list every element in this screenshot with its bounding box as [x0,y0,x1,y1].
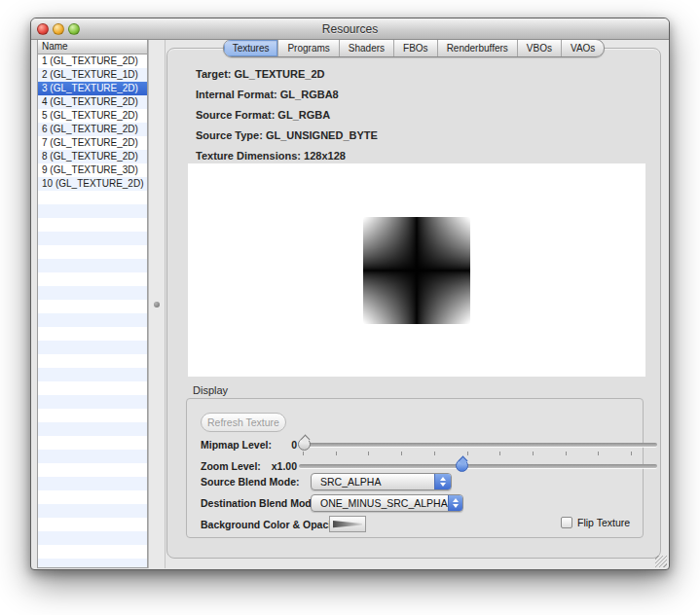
flip-texture-label: Flip Texture [577,517,630,528]
list-item[interactable] [38,504,147,518]
list-item[interactable] [38,286,147,300]
list-item[interactable] [38,218,147,232]
tab-vaos[interactable]: VAOs [561,40,604,56]
texture-info-line: Target: GL_TEXTURE_2D [196,68,324,80]
zoom-level-value: x1.00 [258,460,297,472]
tab-programs[interactable]: Programs [277,40,338,56]
list-item[interactable] [38,422,147,436]
info-value: GL_RGBA8 [280,89,339,100]
background-color-well[interactable] [329,516,366,532]
list-item[interactable]: 2 (GL_TEXTURE_1D) [38,68,147,82]
resource-type-tabs: TexturesProgramsShadersFBOsRenderbuffers… [223,39,606,57]
list-item[interactable]: 10 (GL_TEXTURE_2D) [38,177,147,191]
tab-vbos[interactable]: VBOs [517,40,561,56]
list-item[interactable]: 7 (GL_TEXTURE_2D) [38,136,147,150]
list-item[interactable]: 9 (GL_TEXTURE_3D) [38,163,147,177]
mipmap-level-value: 0 [265,439,297,451]
info-label: Texture Dimensions: [196,150,301,162]
zoom-slider[interactable] [299,459,657,473]
list-item[interactable]: 6 (GL_TEXTURE_2D) [38,123,147,136]
zoom-slider-track[interactable] [299,464,657,468]
list-item[interactable] [38,477,147,490]
list-item[interactable] [38,191,147,204]
popup-stepper-icon [434,474,451,489]
list-item[interactable] [38,531,147,545]
list-item[interactable]: 8 (GL_TEXTURE_2D) [38,150,147,163]
list-item[interactable] [38,300,147,313]
zoom-slider-ticks [299,452,657,456]
splitter-handle-icon[interactable] [154,302,160,308]
list-item[interactable] [38,559,147,568]
info-label: Internal Format: [196,89,277,100]
list-item[interactable] [38,450,147,463]
source-blend-popup[interactable]: SRC_ALPHA [311,473,452,490]
window-title: Resources [31,22,669,36]
list-item[interactable] [38,436,147,450]
info-label: Target: [196,68,231,80]
list-item[interactable] [38,313,147,327]
tab-renderbuffers[interactable]: Renderbuffers [437,40,517,56]
list-item[interactable]: 5 (GL_TEXTURE_2D) [38,109,147,123]
list-item[interactable] [38,518,147,531]
tab-bar: TexturesProgramsShadersFBOsRenderbuffers… [166,39,661,57]
list-item[interactable] [38,490,147,504]
texture-info-line: Source Type: GL_UNSIGNED_BYTE [196,129,378,141]
texture-preview-image [363,217,470,324]
list-item[interactable] [38,409,147,422]
info-label: Source Format: [196,109,275,121]
dest-blend-popup[interactable]: ONE_MINUS_SRC_ALPHA [311,494,463,512]
display-section-label: Display [193,384,228,396]
tab-shaders[interactable]: Shaders [339,40,393,56]
info-label: Source Type: [196,129,263,141]
mipmap-slider[interactable] [299,438,657,452]
list-item[interactable]: 1 (GL_TEXTURE_2D) [38,54,147,68]
dest-blend-value: ONE_MINUS_SRC_ALPHA [312,497,448,509]
resources-window: Resources Name 1 (GL_TEXTURE_2D)2 (GL_TE… [30,18,670,570]
list-item[interactable] [38,232,147,245]
title-bar[interactable]: Resources [31,18,669,40]
mipmap-slider-thumb[interactable] [298,438,311,451]
info-value: 128x128 [304,150,346,162]
list-item[interactable] [38,381,147,395]
name-column-header[interactable]: Name [38,40,147,54]
refresh-texture-button[interactable]: Refresh Texture [201,413,286,432]
list-item[interactable] [38,327,147,341]
source-blend-value: SRC_ALPHA [312,476,434,488]
mipmap-slider-track[interactable] [299,443,657,447]
info-value: GL_RGBA [277,109,330,121]
list-item[interactable] [38,259,147,272]
list-item[interactable]: 4 (GL_TEXTURE_2D) [38,95,147,109]
flip-texture-checkbox[interactable] [561,517,572,528]
resource-rows: 1 (GL_TEXTURE_2D)2 (GL_TEXTURE_1D)3 (GL_… [38,54,147,568]
popup-stepper-icon [448,495,462,511]
resource-list: Name 1 (GL_TEXTURE_2D)2 (GL_TEXTURE_1D)3… [37,40,148,568]
list-item[interactable] [38,463,147,477]
list-item[interactable] [38,545,147,559]
list-item[interactable] [38,272,147,286]
zoom-slider-thumb[interactable] [456,459,468,472]
color-opacity-wedge-icon [333,520,362,528]
texture-preview-area [188,163,645,377]
source-blend-label: Source Blend Mode: [201,476,300,488]
dest-blend-label: Destination Blend Mode: [201,497,320,509]
resize-grip[interactable] [655,556,667,567]
list-item[interactable] [38,368,147,381]
background-color-label: Background Color & Opacity: [201,519,344,530]
list-item[interactable] [38,204,147,218]
texture-info-line: Source Format: GL_RGBA [196,109,330,121]
list-item[interactable]: 3 (GL_TEXTURE_2D) [38,82,147,95]
list-item[interactable] [38,245,147,259]
zoom-level-label: Zoom Level: [201,460,261,472]
texture-info-line: Internal Format: GL_RGBA8 [196,89,339,100]
list-item[interactable] [38,341,147,354]
info-value: GL_UNSIGNED_BYTE [266,129,378,141]
tab-fbos[interactable]: FBOs [393,40,437,56]
texture-info-line: Texture Dimensions: 128x128 [196,150,346,162]
tab-textures[interactable]: Textures [224,40,278,56]
list-item[interactable] [38,395,147,409]
list-item[interactable] [38,354,147,368]
mipmap-level-label: Mipmap Level: [201,439,272,451]
info-value: GL_TEXTURE_2D [235,68,325,80]
